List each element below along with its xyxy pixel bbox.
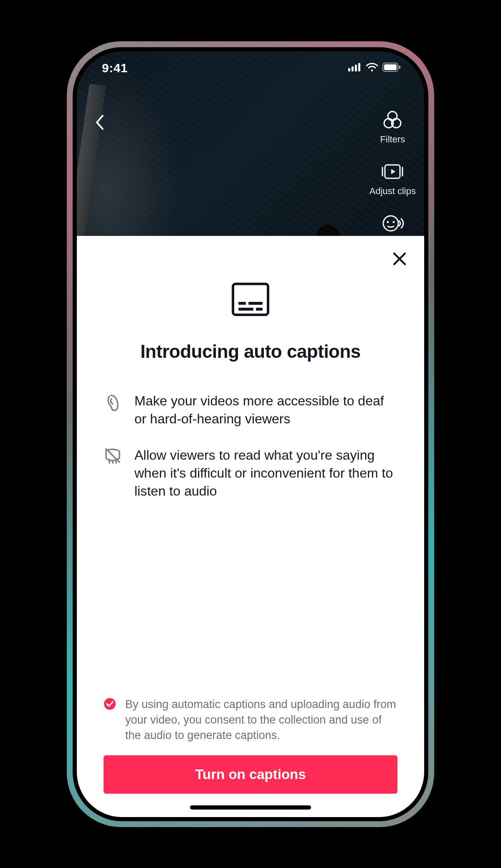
adjust-clips-label: Adjust clips <box>369 186 416 197</box>
svg-rect-19 <box>238 308 253 311</box>
benefit-silent-viewing: Allow viewers to read what you're saying… <box>104 446 397 501</box>
filters-tool[interactable]: Filters <box>380 111 405 145</box>
status-time: 9:41 <box>102 61 128 75</box>
benefit-text: Allow viewers to read what you're saying… <box>134 446 397 501</box>
svg-rect-6 <box>399 66 400 69</box>
svg-point-25 <box>104 698 116 710</box>
svg-point-13 <box>383 216 398 231</box>
auto-captions-sheet: Introducing auto captions Make your vide… <box>77 236 424 817</box>
svg-point-14 <box>387 221 389 223</box>
voice-effects-tool[interactable] <box>381 214 404 236</box>
svg-point-15 <box>393 221 395 223</box>
consent-text: By using automatic captions and uploadin… <box>125 697 397 744</box>
home-indicator[interactable] <box>190 805 311 810</box>
sheet-title: Introducing auto captions <box>140 341 361 362</box>
consent-row[interactable]: By using automatic captions and uploadin… <box>77 697 424 755</box>
status-bar: 9:41 <box>77 51 424 85</box>
back-button[interactable] <box>94 114 105 132</box>
wifi-icon <box>366 63 378 73</box>
voice-effects-icon <box>381 214 404 236</box>
svg-rect-5 <box>384 64 397 70</box>
battery-icon <box>382 63 401 73</box>
cellular-signal-icon <box>348 63 362 73</box>
adjust-clips-tool[interactable]: Adjust clips <box>369 162 416 197</box>
adjust-clips-icon <box>382 162 403 182</box>
filters-label: Filters <box>380 134 405 145</box>
chevron-left-icon <box>94 114 105 131</box>
editor-side-toolbar: Filters Adjust clips <box>369 111 416 236</box>
svg-point-7 <box>388 111 397 121</box>
checkmark-circle-icon <box>104 698 116 710</box>
benefit-text: Make your videos more accessible to deaf… <box>134 392 397 428</box>
filters-icon <box>382 111 402 131</box>
svg-rect-20 <box>256 308 263 311</box>
consent-checkbox[interactable] <box>104 698 116 712</box>
svg-rect-2 <box>355 65 357 71</box>
turn-on-captions-button[interactable]: Turn on captions <box>104 755 397 794</box>
no-audio-icon <box>104 446 122 464</box>
svg-rect-17 <box>238 302 246 305</box>
close-icon <box>392 252 407 266</box>
svg-rect-1 <box>352 66 354 71</box>
close-button[interactable] <box>392 252 407 268</box>
captions-hero-icon <box>231 282 270 319</box>
ear-icon <box>104 392 122 411</box>
svg-rect-3 <box>358 63 360 71</box>
svg-rect-0 <box>348 68 350 71</box>
svg-rect-18 <box>248 302 263 305</box>
benefit-accessibility: Make your videos more accessible to deaf… <box>104 392 397 428</box>
phone-frame: 9:41 <box>67 41 434 827</box>
status-icons <box>348 63 401 73</box>
screen: 9:41 <box>77 51 424 817</box>
